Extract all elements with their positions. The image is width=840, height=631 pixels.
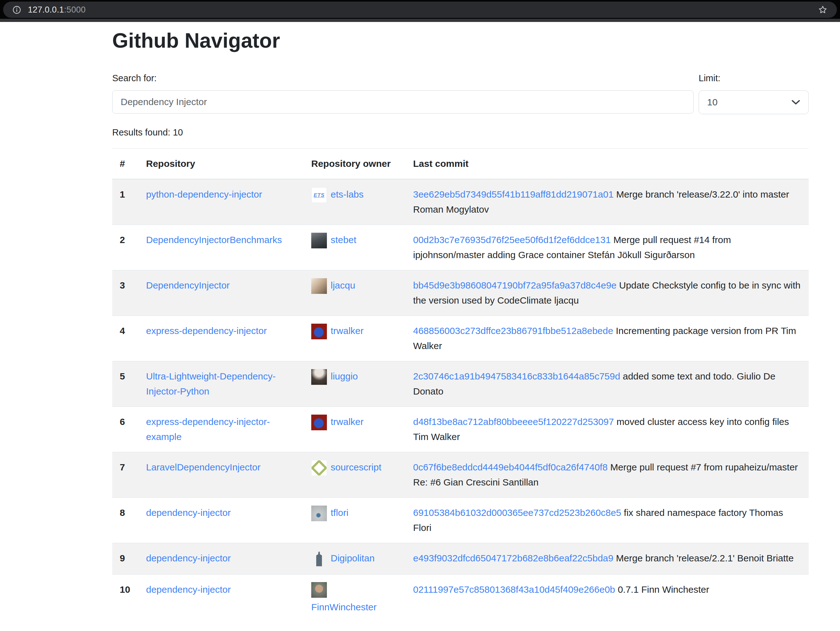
commit-hash-link[interactable]: 69105384b61032d000365ee737cd2523b260c8e5	[413, 508, 621, 518]
commit-cell: 00d2b3c7e76935d76f25ee50f6d1f2ef6ddce131…	[406, 225, 808, 270]
repo-cell: dependency-injector	[139, 543, 304, 574]
owner-name: ets-labs	[331, 189, 363, 199]
repo-link[interactable]: LaravelDependencyInjector	[146, 462, 261, 472]
chevron-down-icon	[791, 100, 800, 105]
owner-name: Digipolitan	[331, 553, 374, 563]
trwalker-lego-avatar	[311, 324, 327, 339]
owner-cell: stebet	[304, 225, 406, 270]
limit-selected-value: 10	[707, 97, 717, 108]
url-text[interactable]: 127.0.0.1:5000	[28, 5, 85, 15]
repo-link[interactable]: DependencyInjector	[146, 280, 230, 290]
row-number: 6	[112, 406, 139, 452]
url-port: :5000	[64, 5, 85, 14]
table-body: 1 python-dependency-injector ETSets-labs…	[112, 179, 808, 622]
commit-hash-link[interactable]: 468856003c273dffce23b86791fbbe512a8ebede	[413, 326, 613, 336]
owner-link[interactable]: liuggio	[311, 371, 358, 381]
row-number: 5	[112, 361, 139, 406]
page-title: Github Navigator	[112, 28, 808, 54]
owner-link[interactable]: Digipolitan	[311, 553, 374, 563]
owner-link[interactable]: FinnWinchester	[311, 584, 398, 615]
results-table: # Repository Repository owner Last commi…	[112, 148, 808, 622]
search-input[interactable]	[112, 90, 694, 114]
ljacqu-photo-avatar	[311, 278, 327, 294]
repo-cell: express-dependency-injector-example	[139, 406, 304, 452]
commit-hash-link[interactable]: 3ee629eb5d7349d55f41b119aff81dd219071a01	[413, 189, 614, 199]
table-row: 5 Ultra-Lightweight-Dependency-Injector-…	[112, 361, 808, 406]
row-number: 9	[112, 543, 139, 574]
row-number: 7	[112, 452, 139, 497]
repo-cell: DependencyInjectorBenchmarks	[139, 225, 304, 270]
owner-link[interactable]: trwalker	[311, 326, 363, 336]
repo-link[interactable]: python-dependency-injector	[146, 189, 262, 199]
repo-link[interactable]: Ultra-Lightweight-Dependency-Injector-Py…	[146, 371, 276, 396]
commit-hash-link[interactable]: 00d2b3c7e76935d76f25ee50f6d1f2ef6ddce131	[413, 235, 611, 245]
commit-hash-link[interactable]: 2c30746c1a91b4947583416c833b1644a85c759d	[413, 371, 620, 381]
owner-name: sourcescript	[331, 462, 381, 472]
repo-cell: python-dependency-injector	[139, 179, 304, 225]
commit-cell: 2c30746c1a91b4947583416c833b1644a85c759d…	[406, 361, 808, 406]
commit-cell: 0c67f6be8eddcd4449eb4044f5df0ca26f4740f8…	[406, 452, 808, 497]
repo-link[interactable]: express-dependency-injector	[146, 326, 267, 336]
diamond-logo-shape	[311, 460, 327, 476]
owner-name: stebet	[331, 235, 356, 245]
browser-address-bar[interactable]: 127.0.0.1:5000	[3, 2, 837, 18]
commit-hash-link[interactable]: 0c67f6be8eddcd4449eb4044f5df0ca26f4740f8	[413, 462, 608, 472]
table-row: 4 express-dependency-injector trwalker 4…	[112, 315, 808, 361]
owner-cell: sourcescript	[304, 452, 406, 497]
owner-name: trwalker	[331, 416, 363, 427]
repo-link[interactable]: DependencyInjectorBenchmarks	[146, 235, 282, 245]
row-number: 3	[112, 270, 139, 315]
owner-link[interactable]: stebet	[311, 235, 356, 245]
commit-cell: bb45d9e3b98608047190bf72a95fa9a37d8c4e9e…	[406, 270, 808, 315]
row-number: 2	[112, 225, 139, 270]
repo-link[interactable]: express-dependency-injector-example	[146, 416, 270, 442]
owner-name: ljacqu	[331, 280, 355, 290]
repo-cell: DependencyInjector	[139, 270, 304, 315]
info-icon[interactable]	[13, 6, 21, 14]
row-number: 4	[112, 315, 139, 361]
table-row: 10 dependency-injector FinnWinchester 02…	[112, 574, 808, 622]
table-row: 1 python-dependency-injector ETSets-labs…	[112, 179, 808, 225]
search-form: Search for: Limit: 10	[112, 73, 808, 114]
tflori-eye-photo-avatar	[311, 506, 327, 521]
repo-cell: express-dependency-injector	[139, 315, 304, 361]
search-group: Search for:	[112, 73, 694, 114]
star-bookmark-icon[interactable]	[818, 5, 827, 14]
limit-label: Limit:	[699, 73, 808, 84]
ets-labs-logo-avatar: ETS	[311, 187, 327, 203]
commit-cell: 3ee629eb5d7349d55f41b119aff81dd219071a01…	[406, 179, 808, 225]
header-repository: Repository	[139, 148, 304, 179]
commit-hash-link[interactable]: d48f13be8ac712abf80bbeeee5f120227d253097	[413, 416, 614, 427]
owner-cell: FinnWinchester	[304, 574, 406, 622]
browser-chrome-strip	[0, 19, 840, 22]
table-row: 2 DependencyInjectorBenchmarks stebet 00…	[112, 225, 808, 270]
commit-cell: 468856003c273dffce23b86791fbbe512a8ebede…	[406, 315, 808, 361]
avatar-logo-text: ETS	[311, 191, 327, 199]
repo-link[interactable]: dependency-injector	[146, 584, 231, 595]
commit-hash-link[interactable]: e493f9032dfcd65047172b682e8b6eaf22c5bda9	[413, 553, 613, 563]
browser-chrome: 127.0.0.1:5000	[0, 0, 840, 19]
commit-hash-link[interactable]: 02111997e57c85801368f43a10d45f409e266e0b	[413, 584, 615, 595]
repo-cell: dependency-injector	[139, 574, 304, 622]
table-row: 3 DependencyInjector ljacqu bb45d9e3b986…	[112, 270, 808, 315]
liuggio-photo-avatar	[311, 369, 327, 385]
limit-select[interactable]: 10	[699, 90, 808, 114]
repo-cell: dependency-injector	[139, 497, 304, 543]
owner-link[interactable]: tflori	[311, 508, 349, 518]
table-row: 7 LaravelDependencyInjector sourcescript…	[112, 452, 808, 497]
owner-cell: liuggio	[304, 361, 406, 406]
owner-link[interactable]: trwalker	[311, 416, 363, 427]
owner-name: liuggio	[331, 371, 358, 381]
repo-cell: LaravelDependencyInjector	[139, 452, 304, 497]
table-row: 9 dependency-injector Digipolitan e493f9…	[112, 543, 808, 574]
owner-link[interactable]: sourcescript	[311, 462, 381, 472]
owner-link[interactable]: ljacqu	[311, 280, 355, 290]
owner-name: FinnWinchester	[311, 599, 398, 615]
repo-link[interactable]: dependency-injector	[146, 553, 231, 563]
owner-link[interactable]: ETSets-labs	[311, 189, 363, 199]
limit-group: Limit: 10	[699, 73, 808, 114]
main-content: Github Navigator Search for: Limit: 10 R…	[112, 28, 808, 622]
commit-hash-link[interactable]: bb45d9e3b98608047190bf72a95fa9a37d8c4e9e	[413, 280, 617, 290]
repo-link[interactable]: dependency-injector	[146, 508, 231, 518]
commit-cell: 02111997e57c85801368f43a10d45f409e266e0b…	[406, 574, 808, 622]
